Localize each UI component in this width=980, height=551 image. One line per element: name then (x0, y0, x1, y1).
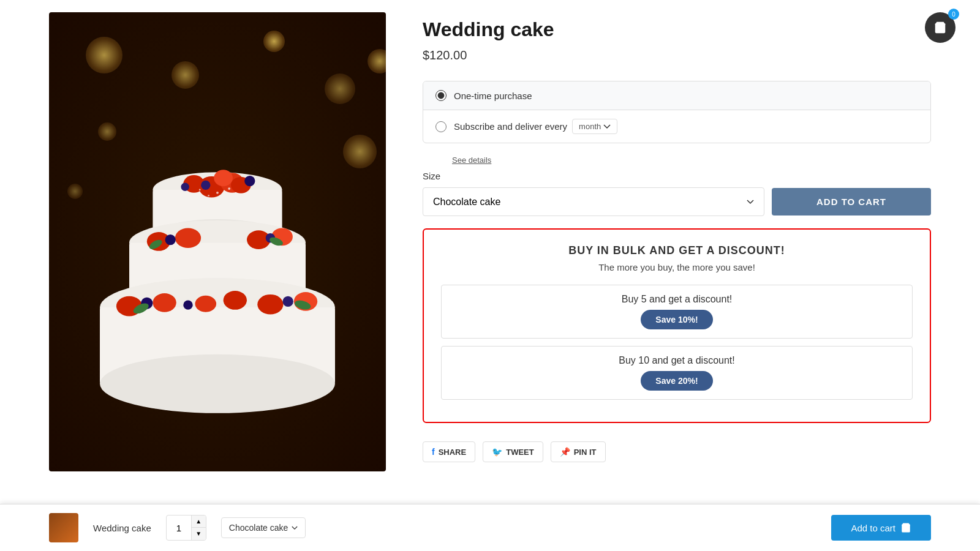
sticky-thumbnail (49, 513, 78, 542)
see-details-link[interactable]: See details (452, 156, 931, 165)
frequency-value: month (579, 122, 601, 131)
purchase-options: One-time purchase Subscribe and deliver … (423, 81, 931, 143)
sticky-chevron-icon (292, 526, 298, 530)
sticky-add-to-cart-button[interactable]: Add to cart (831, 515, 931, 541)
sticky-quantity-input[interactable] (167, 518, 191, 538)
subscribe-option[interactable]: Subscribe and deliver every month (423, 110, 930, 143)
svg-point-37 (216, 192, 219, 194)
subscribe-label: Subscribe and deliver every (454, 121, 567, 132)
share-label: SHARE (439, 448, 467, 457)
bulk-discount-title: BUY IN BULK AND GET A DISCOUNT! (441, 244, 913, 257)
subscribe-radio[interactable] (435, 121, 447, 132)
frequency-dropdown[interactable]: month (572, 119, 617, 134)
bulk-tier-1-text: Buy 5 and get a discount! (454, 294, 900, 305)
svg-point-28 (195, 296, 217, 312)
pin-label: PIN IT (574, 448, 597, 457)
svg-point-39 (228, 187, 230, 190)
svg-point-16 (244, 176, 255, 186)
cart-badge: 0 (948, 9, 959, 20)
sticky-size-label: Chocolate cake (229, 523, 288, 533)
product-title: Wedding cake (423, 18, 931, 41)
svg-point-22 (165, 234, 176, 245)
product-image (49, 12, 386, 471)
cake-svg (70, 55, 364, 471)
tweet-label: TWEET (506, 448, 534, 457)
svg-point-19 (175, 228, 201, 248)
sticky-quantity-up[interactable]: ▲ (191, 515, 206, 528)
sticky-quantity-down[interactable]: ▼ (191, 528, 206, 540)
sticky-product-name: Wedding cake (93, 523, 151, 533)
svg-point-40 (208, 195, 209, 197)
one-time-radio[interactable] (435, 90, 447, 101)
bulk-tier-2: Buy 10 and get a discount! Save 20%! (441, 346, 913, 400)
pinterest-icon: 📌 (560, 447, 570, 457)
bulk-tier-1-save-button[interactable]: Save 10%! (641, 310, 712, 329)
svg-point-38 (199, 189, 201, 191)
product-image-container (49, 12, 386, 471)
svg-point-17 (181, 182, 189, 190)
chevron-down-icon (603, 124, 611, 129)
svg-point-32 (183, 300, 192, 309)
sticky-quantity-wrapper: ▲ ▼ (166, 515, 206, 541)
one-time-option[interactable]: One-time purchase (423, 81, 930, 110)
cart-icon-wrapper: 0 (925, 12, 956, 43)
bulk-tier-2-text: Buy 10 and get a discount! (454, 355, 900, 366)
facebook-share-button[interactable]: f SHARE (423, 441, 475, 462)
size-select[interactable]: Chocolate cake Wedding cake Birthday cak… (423, 187, 764, 216)
facebook-icon: f (432, 447, 435, 457)
bulk-discount-subtitle: The more you buy, the more you save! (441, 262, 913, 272)
twitter-share-button[interactable]: 🐦 TWEET (483, 441, 543, 462)
sticky-cart-icon (900, 522, 911, 533)
sticky-quantity-arrows: ▲ ▼ (191, 515, 206, 540)
sticky-thumb-image (49, 513, 78, 542)
svg-point-13 (214, 170, 233, 186)
social-share: f SHARE 🐦 TWEET 📌 PIN IT (423, 441, 931, 462)
product-details: Wedding cake $120.00 One-time purchase S… (423, 12, 931, 478)
pinterest-share-button[interactable]: 📌 PIN IT (551, 441, 606, 462)
svg-point-25 (153, 293, 176, 312)
cart-button[interactable]: 0 (925, 12, 956, 43)
bulk-tier-2-save-button[interactable]: Save 20%! (641, 371, 712, 391)
sticky-add-label: Add to cart (851, 523, 895, 533)
add-to-cart-button[interactable]: ADD TO CART (772, 188, 931, 216)
page-wrapper: 0 (0, 0, 980, 551)
svg-point-15 (201, 181, 210, 190)
subscribe-content: Subscribe and deliver every month (454, 119, 617, 134)
bulk-discount-box: BUY IN BULK AND GET A DISCOUNT! The more… (423, 228, 931, 423)
svg-point-9 (100, 354, 335, 413)
twitter-icon: 🐦 (492, 447, 502, 457)
one-time-label: One-time purchase (454, 91, 532, 101)
sticky-bar: Wedding cake ▲ ▼ Chocolate cake Add to c… (0, 504, 980, 551)
main-content: Wedding cake $120.00 One-time purchase S… (0, 0, 980, 490)
svg-point-29 (224, 291, 247, 310)
svg-point-26 (257, 294, 283, 315)
cart-icon (933, 21, 947, 34)
bulk-tier-1: Buy 5 and get a discount! Save 10%! (441, 285, 913, 339)
size-cart-row: Chocolate cake Wedding cake Birthday cak… (423, 187, 931, 216)
product-price: $120.00 (423, 48, 931, 62)
sticky-size-select[interactable]: Chocolate cake (221, 517, 306, 538)
svg-point-31 (283, 296, 293, 307)
size-label: Size (423, 171, 931, 181)
